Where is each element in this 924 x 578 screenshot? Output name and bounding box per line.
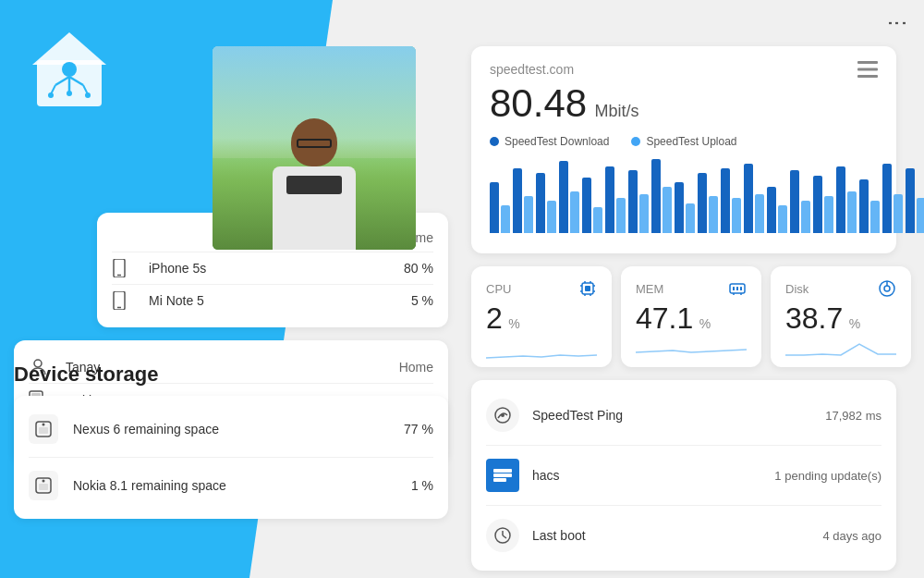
info-row-hacs: hacs 1 pending update(s)	[486, 446, 881, 506]
storage-section: Device storage Nexus 6 remaining space 7…	[0, 351, 462, 519]
svg-point-8	[48, 92, 54, 98]
bar-download	[675, 182, 684, 233]
bar-download	[536, 173, 545, 233]
storage-row-nexus: Nexus 6 remaining space 77 %	[29, 401, 433, 458]
svg-rect-32	[585, 286, 590, 291]
cpu-unit: %	[508, 316, 519, 331]
bar-download	[744, 164, 753, 233]
home-assistant-logo	[28, 28, 111, 111]
cpu-label: CPU	[486, 282, 511, 296]
bar-upload	[547, 201, 556, 233]
legend-upload: SpeedTest Upload	[631, 135, 736, 148]
speedtest-title: speedtest.com	[490, 62, 574, 77]
speedtest-header: speedtest.com	[490, 61, 878, 78]
bar-download	[836, 166, 845, 233]
bar-download	[767, 187, 776, 233]
nexus-storage-pct: 77 %	[404, 422, 433, 437]
bar-upload	[639, 194, 649, 233]
cpu-icon	[578, 279, 597, 298]
svg-point-9	[85, 92, 91, 98]
boot-name: Last boot	[532, 528, 822, 543]
bar-group	[882, 164, 903, 233]
bar-upload	[663, 187, 672, 233]
disk-unit: %	[849, 316, 860, 331]
bar-download	[790, 170, 799, 233]
svg-point-10	[67, 91, 72, 96]
bar-download	[882, 164, 892, 233]
ping-name: SpeedTest Ping	[532, 408, 825, 423]
bar-upload	[847, 191, 857, 233]
speedtest-value: 80.48	[490, 81, 587, 125]
bar-group	[721, 168, 741, 233]
bar-group	[559, 161, 579, 233]
svg-rect-43	[736, 287, 738, 290]
disk-value: 38.7	[785, 301, 843, 335]
cpu-card: CPU 2 %	[471, 266, 612, 367]
bar-download	[490, 182, 499, 233]
bar-download	[698, 173, 707, 233]
clock-icon	[486, 519, 519, 552]
svg-line-57	[503, 535, 506, 538]
iphone-name: iPhone 5s	[149, 261, 392, 276]
bar-group	[605, 166, 626, 233]
storage-icon-nexus	[29, 414, 58, 444]
legend-dot-download	[490, 137, 499, 146]
bar-upload	[917, 198, 924, 233]
storage-card: Nexus 6 remaining space 77 % Nokia 8.1 r…	[14, 396, 448, 519]
bar-download	[628, 170, 638, 233]
cpu-value: 2	[486, 301, 503, 335]
svg-marker-1	[32, 32, 106, 65]
bar-download	[605, 166, 614, 233]
bar-upload	[755, 194, 764, 233]
right-panel: speedtest.com 80.48 Mbit/s SpeedTest Dow…	[462, 46, 906, 571]
speedtest-legend: SpeedTest Download SpeedTest Upload	[490, 135, 878, 148]
bar-group	[859, 179, 880, 233]
svg-point-2	[62, 62, 77, 77]
bar-download	[721, 168, 730, 233]
speedtest-menu-icon[interactable]	[857, 61, 878, 78]
svg-point-51	[501, 413, 505, 417]
speedtest-card: speedtest.com 80.48 Mbit/s SpeedTest Dow…	[471, 46, 896, 253]
svg-rect-53	[493, 473, 512, 477]
legend-download-label: SpeedTest Download	[505, 135, 609, 148]
iphone-battery: 80 %	[392, 261, 433, 276]
bar-download	[559, 161, 568, 233]
bar-upload	[593, 207, 602, 233]
bar-upload	[732, 198, 741, 233]
phone-icon-2	[112, 291, 138, 310]
bar-upload	[501, 205, 510, 233]
bar-group	[790, 170, 810, 233]
cpu-sparkline	[486, 341, 597, 360]
bar-download	[813, 176, 822, 233]
bar-download	[906, 168, 915, 233]
device-row-iphone: iPhone 5s 80 %	[112, 252, 433, 285]
bar-group	[628, 170, 649, 233]
metrics-row: CPU 2 % MEM 47.1 %	[471, 266, 896, 367]
svg-rect-52	[493, 469, 512, 473]
bar-group	[767, 187, 787, 233]
info-row-boot: Last boot 4 days ago	[486, 506, 881, 565]
bar-group	[651, 159, 672, 233]
mem-unit: %	[699, 316, 711, 331]
bar-upload	[616, 198, 626, 233]
svg-point-27	[43, 480, 45, 483]
bar-download	[513, 168, 522, 233]
svg-rect-30	[857, 75, 878, 78]
svg-rect-23	[39, 427, 48, 434]
ping-value: 17,982 ms	[825, 409, 881, 423]
info-card: SpeedTest Ping 17,982 ms hacs 1 pending …	[471, 380, 896, 571]
svg-rect-26	[39, 484, 48, 490]
speedtest-chart	[490, 159, 878, 233]
mem-card: MEM 47.1 %	[621, 266, 761, 367]
speedometer-icon	[486, 399, 519, 432]
top-menu-icon[interactable]: ⋮	[885, 13, 909, 35]
storage-icon-nokia	[29, 471, 58, 500]
bar-group	[536, 173, 556, 233]
hacs-value: 1 pending update(s)	[774, 469, 881, 483]
storage-title: Device storage	[0, 351, 462, 396]
mem-value: 47.1	[636, 301, 693, 335]
storage-row-nokia: Nokia 8.1 remaining space 1 %	[29, 458, 433, 513]
bar-group	[490, 182, 510, 233]
bar-group	[744, 164, 764, 233]
bar-upload	[686, 203, 695, 233]
